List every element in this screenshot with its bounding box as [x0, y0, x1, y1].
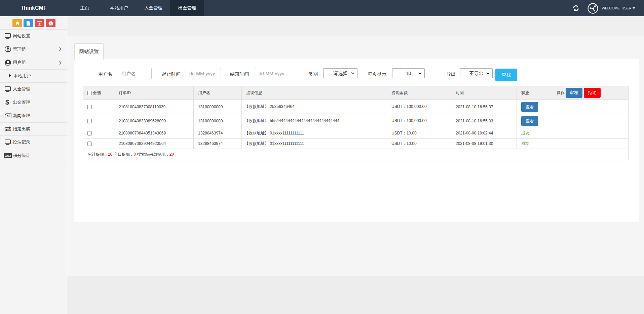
svg-text:VISA: VISA — [4, 154, 11, 157]
